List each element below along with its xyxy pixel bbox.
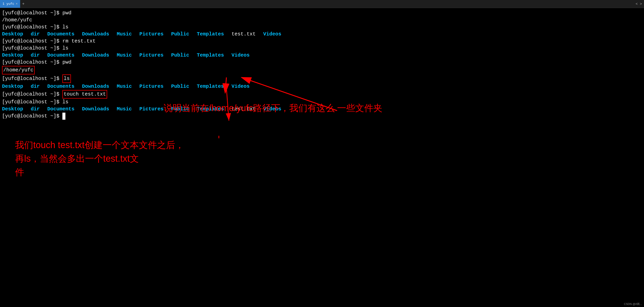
- ls-item: Pictures: [139, 83, 164, 90]
- ls-item: dir: [31, 106, 40, 113]
- prompt: [yufc@localhost ~]$: [2, 10, 62, 17]
- command: ls: [62, 24, 68, 31]
- terminal-line: [yufc@localhost ~]$ ls: [2, 24, 642, 31]
- tab-add-button[interactable]: +: [20, 2, 27, 6]
- terminal-line: Desktop dir Documents Downloads Music Pi…: [2, 31, 642, 38]
- ls-item: Desktop: [2, 106, 23, 113]
- tab-label: 1 yufc: [3, 2, 14, 6]
- prompt: [yufc@localhost ~]$: [2, 75, 62, 82]
- ls-item: Desktop: [2, 83, 23, 90]
- prompt: [yufc@localhost ~]$: [2, 38, 62, 45]
- tab-bar: 1 yufc × + < >: [0, 0, 644, 8]
- terminal-line: /home/yufc: [2, 17, 642, 24]
- cursor: [62, 113, 65, 120]
- ls-item: dir: [31, 31, 40, 38]
- command: pwd: [62, 10, 71, 17]
- terminal-line: [yufc@localhost ~]$ rm test.txt: [2, 38, 642, 45]
- terminal-line: Desktop dir Documents Downloads Music Pi…: [2, 52, 642, 59]
- ls-item: Desktop: [2, 31, 23, 38]
- ls-item: test.txt: [231, 31, 256, 38]
- ls-item: Documents: [47, 83, 74, 90]
- terminal-line: [yufc@localhost ~]$ ls: [2, 99, 642, 106]
- annotation-text-2: 我们touch test.txt创建一个文本文件之后，再ls，当然会多出一个te…: [15, 138, 191, 179]
- terminal-line: [yufc@localhost ~]$ pwd: [2, 59, 642, 66]
- ls-item: Documents: [47, 31, 74, 38]
- ls-item: Public: [171, 31, 189, 38]
- ls-item: Pictures: [139, 52, 164, 59]
- terminal-line: Desktop dir Documents Downloads Music Pi…: [2, 106, 642, 113]
- terminal-line: [yufc@localhost ~]$ pwd: [2, 10, 642, 17]
- ls-item: Public: [171, 106, 189, 113]
- terminal-line: [yufc@localhost ~]$: [2, 113, 642, 120]
- tab-close-button[interactable]: ×: [16, 2, 18, 6]
- ls-item: dir: [31, 83, 40, 90]
- prompt: [yufc@localhost ~]$: [2, 45, 62, 52]
- ls-item: Downloads: [82, 52, 109, 59]
- terminal-line: Desktop dir Documents Downloads Music Pi…: [2, 83, 642, 90]
- terminal-line: /home/yufc: [2, 66, 642, 74]
- ls-item: dir: [31, 52, 40, 59]
- tab-nav-right[interactable]: < >: [636, 2, 644, 6]
- ls-item: test.txt: [231, 106, 256, 113]
- ls-item: Pictures: [139, 31, 164, 38]
- ls-item: Music: [117, 106, 132, 113]
- ls-item: Templates: [197, 31, 224, 38]
- command-highlighted: touch test.txt: [62, 90, 107, 99]
- tab-yufc[interactable]: 1 yufc ×: [0, 0, 20, 8]
- ls-item: Public: [171, 83, 189, 90]
- command: ls: [62, 45, 68, 52]
- ls-item: Templates: [197, 52, 224, 59]
- ls-item: Desktop: [2, 52, 23, 59]
- command-highlighted: ls: [62, 74, 71, 83]
- prompt: [yufc@localhost ~]$: [2, 59, 62, 66]
- prompt: [yufc@localhost ~]$: [2, 91, 62, 98]
- output: /home/yufc: [2, 17, 32, 24]
- ls-item: Downloads: [82, 106, 109, 113]
- ls-item: Templates: [197, 83, 224, 90]
- ls-item: Music: [117, 52, 132, 59]
- terminal-line: [yufc@localhost ~]$ ls: [2, 45, 642, 52]
- ls-item: Videos: [263, 106, 281, 113]
- terminal[interactable]: [yufc@localhost ~]$ pwd /home/yufc [yufc…: [0, 8, 644, 121]
- prompt: [yufc@localhost ~]$: [2, 113, 62, 120]
- ls-item: Downloads: [82, 31, 109, 38]
- ls-item: Videos: [231, 83, 250, 90]
- terminal-line: [yufc@localhost ~]$ ls: [2, 74, 642, 83]
- ls-item: Music: [117, 31, 132, 38]
- ls-item: Downloads: [82, 83, 109, 90]
- command: rm test.txt: [62, 38, 96, 45]
- ls-item: Documents: [47, 52, 74, 59]
- command: ls: [62, 99, 68, 106]
- ls-item: Templates: [197, 106, 224, 113]
- ls-item: Documents: [47, 106, 74, 113]
- output-highlighted: /home/yufc: [2, 66, 35, 74]
- command: pwd: [62, 59, 71, 66]
- ls-item: Pictures: [139, 106, 164, 113]
- prompt: [yufc@localhost ~]$: [2, 99, 62, 106]
- ls-item: Videos: [231, 52, 250, 59]
- ls-item: Videos: [263, 31, 281, 38]
- terminal-line: [yufc@localhost ~]$ touch test.txt: [2, 90, 642, 99]
- watermark: CSDN @#两...: [624, 302, 642, 306]
- ls-item: Public: [171, 52, 189, 59]
- prompt: [yufc@localhost ~]$: [2, 24, 62, 31]
- ls-item: Music: [117, 83, 132, 90]
